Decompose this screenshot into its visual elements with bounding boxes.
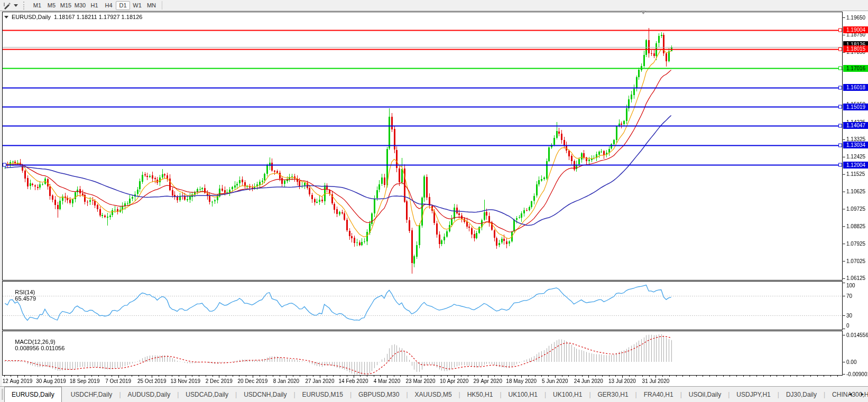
timeframe-button-h4[interactable]: H4 — [101, 1, 116, 10]
chart-tab-hk50-h1[interactable]: HK50,H1 — [460, 387, 500, 402]
timeframe-button-m1[interactable]: M1 — [30, 1, 44, 10]
chart-tab-ger30-h1[interactable]: GER30,H1 — [591, 387, 635, 402]
chart-tab-usdjpy-h1[interactable]: USDJPY,H1 — [730, 387, 777, 402]
timeframe-button-d1[interactable]: D1 — [116, 1, 130, 10]
chart-tab-eurusd-m15[interactable]: EURUSD,M15 — [296, 387, 350, 402]
chart-cursor-icon[interactable] — [2, 1, 12, 10]
symbol-dropdown-icon[interactable] — [4, 16, 8, 18]
timeframe-button-w1[interactable]: W1 — [130, 1, 144, 10]
chart-tab-bar: EURUSD,DailyUSDCHF,Daily|AUDUSD,Daily|US… — [0, 386, 868, 402]
timeframe-button-m30[interactable]: M30 — [73, 1, 87, 10]
timeframe-button-h1[interactable]: H1 — [87, 1, 101, 10]
price-chart-canvas[interactable] — [0, 11, 868, 386]
rsi-label: RSI(14) — [15, 289, 35, 295]
timeframe-button-mn[interactable]: MN — [144, 1, 159, 10]
chart-tab-eurusd-daily[interactable]: EURUSD,Daily — [4, 387, 62, 402]
chart-tab-uk100-h1[interactable]: UK100,H1 — [502, 387, 544, 402]
trading-platform-window: M1M5M15M30H1H4D1W1MN EURUSD,Daily 1.1816… — [0, 0, 868, 402]
rsi-value: 65.4579 — [15, 295, 36, 302]
tab-scroll-right-icon[interactable]: ► — [860, 391, 865, 397]
chart-tab-usdchf-daily[interactable]: USDCHF,Daily — [64, 387, 119, 402]
chevron-down-icon[interactable] — [14, 4, 18, 7]
macd-indicator-title: MACD(12,26,9) 0.008956 0.011056 — [5, 332, 64, 358]
chart-tab-audusd-daily[interactable]: AUDUSD,Daily — [121, 387, 178, 402]
chart-tab-usoil-daily[interactable]: USOil,Daily — [682, 387, 728, 402]
timeframe-button-m5[interactable]: M5 — [44, 1, 59, 10]
chart-tab-xauusd-m5[interactable]: XAUUSD,M5 — [408, 387, 459, 402]
chart-symbol-label: EURUSD,Daily — [12, 14, 51, 20]
chart-title: EURUSD,Daily 1.18167 1.18211 1.17927 1.1… — [4, 14, 142, 20]
tab-scroll-left-icon[interactable]: ◄ — [848, 391, 853, 397]
toolbar-grip — [23, 2, 27, 10]
rsi-indicator-title: RSI(14) 65.4579 — [5, 283, 36, 308]
chart-tab-gbpusd-m30[interactable]: GBPUSD,M30 — [352, 387, 406, 402]
tabbar-grip — [2, 389, 3, 400]
chart-shift-marker[interactable] — [641, 11, 646, 14]
chart-tab-fra40-h1[interactable]: FRA40,H1 — [637, 387, 680, 402]
toolbar: M1M5M15M30H1H4D1W1MN — [0, 0, 868, 11]
chart-tab-uk100-h1[interactable]: UK100,H1 — [546, 387, 589, 402]
timeframe-button-m15[interactable]: M15 — [59, 1, 73, 10]
chart-area: EURUSD,Daily 1.18167 1.18211 1.17927 1.1… — [0, 11, 868, 386]
chart-tab-dj30-daily[interactable]: DJ30,Daily — [779, 387, 824, 402]
chart-ohlc-values: 1.18167 1.18211 1.17927 1.18126 — [54, 14, 142, 20]
tab-scroll-buttons: ◄ ► — [848, 386, 865, 402]
chart-tab-usdcad-daily[interactable]: USDCAD,Daily — [179, 387, 235, 402]
toolbar-separator — [162, 1, 162, 10]
macd-label: MACD(12,26,9) — [15, 339, 55, 345]
timeframe-buttons: M1M5M15M30H1H4D1W1MN — [30, 1, 159, 10]
chart-tab-usdcnh-daily[interactable]: USDCNH,Daily — [237, 387, 293, 402]
macd-values: 0.008956 0.011056 — [15, 345, 64, 351]
